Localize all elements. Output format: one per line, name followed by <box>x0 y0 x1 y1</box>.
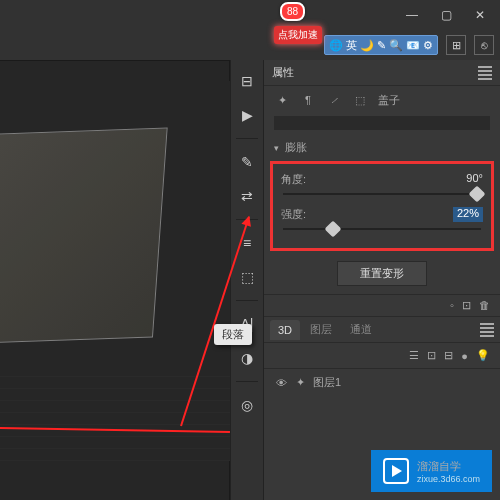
tab-3d[interactable]: 3D <box>270 320 300 340</box>
layer-thumb-icon: ✦ <box>296 376 305 389</box>
tool-rect-icon[interactable]: ⬚ <box>234 264 260 290</box>
tool-contrast-icon[interactable]: ◑ <box>234 345 260 371</box>
intensity-thumb[interactable] <box>324 221 341 238</box>
canvas-viewport[interactable] <box>0 60 230 500</box>
intensity-control: 强度: 22% <box>279 203 485 238</box>
layertool-box-icon[interactable]: ⊡ <box>427 349 436 362</box>
angle-value[interactable]: 90° <box>466 172 483 187</box>
reset-deform-button[interactable]: 重置变形 <box>337 261 427 286</box>
accelerator-tag[interactable]: 点我加速 <box>274 26 322 44</box>
angle-thumb[interactable] <box>469 186 486 203</box>
type-icon-3[interactable]: ⟋ <box>326 92 342 108</box>
visibility-eye-icon[interactable]: 👁 <box>274 377 288 389</box>
tool-column: ⊟ ▶ ✎ ⇄ ≡ ⬚ A| ◑ ◎ <box>230 60 264 500</box>
tab-channels[interactable]: 通道 <box>342 318 380 341</box>
properties-header: 属性 <box>264 60 500 86</box>
ime-icons: 🌙 ✎ 🔍 📧 ⚙ <box>360 39 433 52</box>
paragraph-panel-tab[interactable]: 段落 <box>214 324 252 345</box>
ime-indicator[interactable]: 🌐 英 🌙 ✎ 🔍 📧 ⚙ <box>324 35 438 55</box>
properties-type-row: ✦ ¶ ⟋ ⬚ 盖子 <box>264 86 500 114</box>
tool-cc-icon[interactable]: ◎ <box>234 392 260 418</box>
maximize-button[interactable]: ▢ <box>430 3 462 27</box>
tool-brush-icon[interactable]: ✎ <box>234 149 260 175</box>
watermark: 溜溜自学 zixue.3d66.com <box>371 450 492 492</box>
intensity-label: 强度: <box>281 207 306 222</box>
trash-icon[interactable]: 🗑 <box>479 299 490 312</box>
type-icon-2[interactable]: ¶ <box>300 92 316 108</box>
type-icon-4[interactable]: ⬚ <box>352 92 368 108</box>
tool-swap-icon[interactable]: ⇄ <box>234 183 260 209</box>
layertool-light-icon[interactable]: 💡 <box>476 349 490 362</box>
layers-tabs: 3D 图层 通道 <box>264 317 500 343</box>
angle-control: 角度: 90° <box>279 168 485 203</box>
panel-menu-icon[interactable] <box>478 66 492 80</box>
angle-slider[interactable] <box>283 193 481 195</box>
tool-play-icon[interactable]: ▶ <box>234 102 260 128</box>
highlighted-controls: 角度: 90° 强度: 22% <box>270 161 494 251</box>
ime-lang: 英 <box>346 38 357 53</box>
panel-footer-icons: ◦ ⊡ 🗑 <box>264 294 500 317</box>
accelerator-badge[interactable]: 88 <box>280 2 305 21</box>
tab-layers[interactable]: 图层 <box>302 318 340 341</box>
close-button[interactable]: ✕ <box>464 3 496 27</box>
angle-label: 角度: <box>281 172 306 187</box>
minimize-button[interactable]: — <box>396 3 428 27</box>
tool-arrange-icon[interactable]: ⊟ <box>234 68 260 94</box>
ime-globe-icon: 🌐 <box>329 39 343 52</box>
footer-icon-1[interactable]: ◦ <box>450 299 454 312</box>
secondary-bar: 🌐 英 🌙 ✎ 🔍 📧 ⚙ ⊞ ⎋ <box>0 30 500 60</box>
layertool-filter-icon[interactable]: ☰ <box>409 349 419 362</box>
layer-tools-row: ☰ ⊡ ⊟ ● 💡 <box>264 343 500 369</box>
watermark-brand: 溜溜自学 <box>417 460 461 472</box>
properties-title: 属性 <box>272 65 294 80</box>
watermark-logo-icon <box>383 458 409 484</box>
titlebar: — ▢ ✕ <box>0 0 500 30</box>
layers-menu-icon[interactable] <box>480 323 494 337</box>
layertool-sphere-icon[interactable]: ● <box>461 350 468 362</box>
layer-name[interactable]: 图层1 <box>313 375 341 390</box>
share-button[interactable]: ⎋ <box>474 35 494 55</box>
arrange-button[interactable]: ⊞ <box>446 35 466 55</box>
type-icon-1[interactable]: ✦ <box>274 92 290 108</box>
inflate-section-header[interactable]: 膨胀 <box>264 136 500 159</box>
layertool-cylinder-icon[interactable]: ⊟ <box>444 349 453 362</box>
type-label: 盖子 <box>378 93 400 108</box>
intensity-slider[interactable] <box>283 228 481 230</box>
footer-icon-2[interactable]: ⊡ <box>462 299 471 312</box>
watermark-url: zixue.3d66.com <box>417 474 480 484</box>
3d-object[interactable] <box>0 128 168 345</box>
layer-row[interactable]: 👁 ✦ 图层1 <box>264 369 500 396</box>
intensity-value[interactable]: 22% <box>453 207 483 222</box>
